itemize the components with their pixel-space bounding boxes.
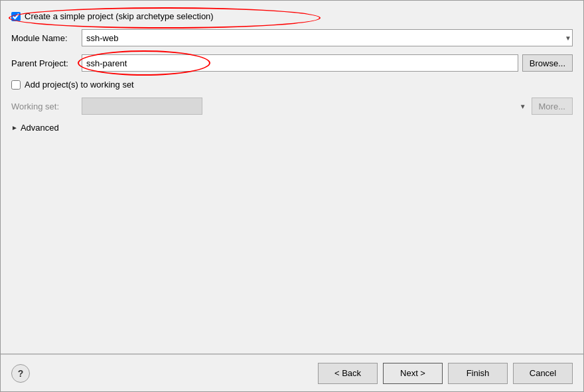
add-working-set-checkbox[interactable] bbox=[11, 80, 21, 90]
parent-project-row: Parent Project: Browse... bbox=[11, 54, 573, 72]
working-set-input[interactable] bbox=[82, 98, 202, 115]
add-working-set-label: Add project(s) to working set bbox=[25, 80, 134, 90]
working-set-more-button[interactable]: More... bbox=[532, 98, 573, 115]
working-set-input-container: ▼ bbox=[82, 98, 528, 115]
create-simple-project-checkbox[interactable] bbox=[11, 12, 21, 21]
advanced-row[interactable]: ► Advanced bbox=[11, 123, 573, 133]
navigation-buttons: < Back Next > Finish Cancel bbox=[318, 363, 573, 384]
button-bar: ? < Back Next > Finish Cancel bbox=[1, 354, 583, 391]
dialog-content: Create a simple project (skip archetype … bbox=[1, 1, 583, 354]
parent-project-label: Parent Project: bbox=[11, 58, 78, 68]
parent-project-browse-button[interactable]: Browse... bbox=[522, 54, 573, 72]
parent-project-input[interactable] bbox=[82, 54, 518, 72]
working-set-label: Working set: bbox=[11, 101, 78, 111]
parent-project-input-container bbox=[82, 54, 518, 72]
create-simple-project-row: Create a simple project (skip archetype … bbox=[11, 11, 573, 21]
advanced-expand-icon: ► bbox=[11, 124, 18, 131]
module-name-input[interactable] bbox=[82, 29, 573, 46]
module-name-row: Module Name: ▼ bbox=[11, 29, 573, 46]
back-button[interactable]: < Back bbox=[318, 363, 378, 384]
working-set-row: Working set: ▼ More... bbox=[11, 98, 573, 115]
module-name-input-container: ▼ bbox=[82, 29, 573, 46]
dialog: Create a simple project (skip archetype … bbox=[0, 0, 584, 392]
working-set-dropdown-icon: ▼ bbox=[520, 103, 526, 110]
cancel-button[interactable]: Cancel bbox=[513, 363, 573, 384]
finish-button[interactable]: Finish bbox=[448, 363, 508, 384]
content-spacer bbox=[11, 141, 573, 343]
module-name-label: Module Name: bbox=[11, 33, 78, 43]
advanced-label: Advanced bbox=[21, 123, 59, 133]
help-button[interactable]: ? bbox=[11, 364, 30, 383]
next-button[interactable]: Next > bbox=[383, 363, 443, 384]
add-working-set-row: Add project(s) to working set bbox=[11, 80, 573, 90]
create-simple-project-label: Create a simple project (skip archetype … bbox=[25, 11, 214, 21]
